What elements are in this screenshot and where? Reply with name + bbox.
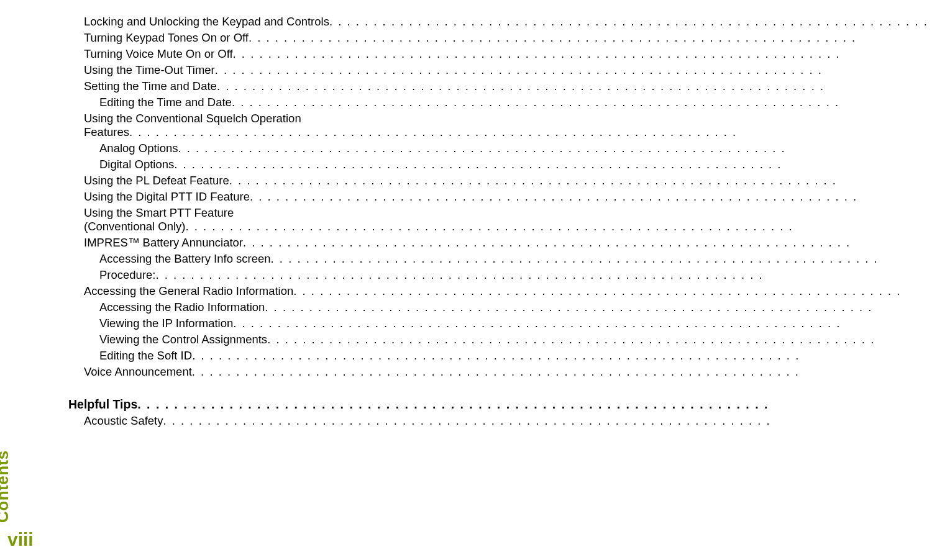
toc-entry: Setting the Time and Date . . . . . . . … — [68, 79, 932, 93]
toc-entry: Voice Announcement . . . . . . . . . . .… — [68, 365, 932, 379]
toc-title: Voice Announcement — [84, 365, 192, 379]
toc-entry: Using the Time-Out Timer . . . . . . . .… — [68, 63, 932, 77]
toc-entry: Turning Voice Mute On or Off . . . . . .… — [68, 47, 932, 61]
toc-title: (Conventional Only) — [84, 220, 186, 233]
toc-title: Using the Conventional Squelch Operation — [84, 112, 301, 125]
toc-entry: Analog Options . . . . . . . . . . . . .… — [68, 142, 932, 155]
toc-leader-dots: . . . . . . . . . . . . . . . . . . . . … — [156, 268, 933, 282]
toc-title: Using the Time-Out Timer — [84, 63, 215, 77]
toc-leader-dots: . . . . . . . . . . . . . . . . . . . . … — [233, 47, 932, 61]
toc-entry: Helpful Tips . . . . . . . . . . . . . .… — [68, 397, 932, 412]
toc-leader-dots: . . . . . . . . . . . . . . . . . . . . … — [233, 317, 932, 330]
toc-title: IMPRES™ Battery Annunciator — [84, 236, 243, 250]
toc-title: Viewing the IP Information — [99, 317, 233, 330]
section-gap — [68, 381, 932, 395]
toc-title: Procedure: — [99, 268, 156, 282]
toc-leader-dots: . . . . . . . . . . . . . . . . . . . . … — [271, 252, 932, 266]
toc-leader-dots: . . . . . . . . . . . . . . . . . . . . … — [229, 174, 932, 187]
toc-title: Helpful Tips — [68, 397, 137, 412]
toc-title: Editing the Soft ID — [99, 349, 192, 363]
toc-entry: Locking and Unlocking the Keypad and Con… — [68, 15, 932, 29]
toc-leader-dots: . . . . . . . . . . . . . . . . . . . . … — [250, 190, 932, 204]
toc-entry: Acoustic Safety . . . . . . . . . . . . … — [68, 414, 932, 428]
toc-entry: IMPRES™ Battery Annunciator . . . . . . … — [68, 236, 932, 250]
toc-leader-dots: . . . . . . . . . . . . . . . . . . . . … — [243, 236, 932, 250]
toc-title: Editing the Time and Date — [99, 96, 232, 109]
toc-title: Using the Smart PTT Feature — [84, 206, 234, 220]
toc-title: Using the Digital PTT ID Feature — [84, 190, 250, 204]
toc-title: Turning Keypad Tones On or Off — [84, 31, 249, 45]
toc-leader-dots: . . . . . . . . . . . . . . . . . . . . … — [217, 79, 932, 93]
toc-title: Turning Voice Mute On or Off — [84, 47, 233, 61]
toc-entry: Procedure: . . . . . . . . . . . . . . .… — [68, 268, 932, 282]
toc-leader-dots: . . . . . . . . . . . . . . . . . . . . … — [129, 125, 932, 139]
toc-entry: Accessing the Battery Info screen . . . … — [68, 252, 932, 266]
toc-entry: Accessing the Radio Information . . . . … — [68, 300, 932, 314]
toc-title: Acoustic Safety — [84, 414, 163, 428]
toc-entry: Accessing the General Radio Information … — [68, 284, 932, 298]
toc-entry: Viewing the IP Information . . . . . . .… — [68, 317, 932, 330]
toc-entry: Viewing the Control Assignments . . . . … — [68, 333, 932, 346]
toc-title: Accessing the General Radio Information — [84, 284, 293, 298]
toc-leader-dots: . . . . . . . . . . . . . . . . . . . . … — [174, 158, 932, 171]
toc-title: Setting the Time and Date — [84, 79, 217, 93]
toc-entry: Using the Digital PTT ID Feature . . . .… — [68, 190, 932, 204]
toc-page: Locking and Unlocking the Keypad and Con… — [0, 0, 932, 443]
toc-title: Using the PL Defeat Feature — [84, 174, 229, 187]
toc-entry: Using the PL Defeat Feature . . . . . . … — [68, 174, 932, 187]
toc-title: Digital Options — [99, 158, 174, 171]
toc-entry: Using the Conventional Squelch Operation… — [68, 112, 932, 139]
toc-entry: Editing the Soft ID . . . . . . . . . . … — [68, 349, 932, 363]
toc-leader-dots: . . . . . . . . . . . . . . . . . . . . … — [186, 220, 933, 233]
toc-leader-dots: . . . . . . . . . . . . . . . . . . . . … — [265, 300, 932, 314]
toc-title: Locking and Unlocking the Keypad and Con… — [84, 15, 329, 29]
side-label: Contents — [0, 450, 12, 523]
toc-leader-dots: . . . . . . . . . . . . . . . . . . . . … — [163, 414, 932, 428]
toc-leader-dots: . . . . . . . . . . . . . . . . . . . . … — [329, 15, 932, 29]
toc-leader-dots: . . . . . . . . . . . . . . . . . . . . … — [293, 284, 932, 298]
toc-title: Analog Options — [99, 142, 178, 155]
toc-entry: Using the Smart PTT Feature(Conventional… — [68, 206, 932, 233]
toc-leader-dots: . . . . . . . . . . . . . . . . . . . . … — [192, 349, 932, 363]
toc-leader-dots: . . . . . . . . . . . . . . . . . . . . … — [192, 365, 932, 379]
toc-leader-dots: . . . . . . . . . . . . . . . . . . . . … — [249, 31, 932, 45]
toc-title: Viewing the Control Assignments — [99, 333, 267, 346]
toc-title: Accessing the Battery Info screen — [99, 252, 271, 266]
toc-title: Features — [84, 125, 129, 139]
toc-leader-dots: . . . . . . . . . . . . . . . . . . . . … — [137, 397, 932, 412]
toc-leader-dots: . . . . . . . . . . . . . . . . . . . . … — [232, 96, 932, 109]
toc-leader-dots: . . . . . . . . . . . . . . . . . . . . … — [267, 333, 932, 346]
toc-entry: Editing the Time and Date . . . . . . . … — [68, 96, 932, 109]
toc-entry: Digital Options . . . . . . . . . . . . … — [68, 158, 932, 171]
toc-leader-dots: . . . . . . . . . . . . . . . . . . . . … — [178, 142, 932, 155]
toc-title: Accessing the Radio Information — [99, 300, 265, 314]
page-number: viii — [7, 529, 34, 550]
toc-leader-dots: . . . . . . . . . . . . . . . . . . . . … — [215, 63, 932, 77]
toc-entry: Turning Keypad Tones On or Off . . . . .… — [68, 31, 932, 45]
toc-column-left: Locking and Unlocking the Keypad and Con… — [68, 12, 932, 430]
